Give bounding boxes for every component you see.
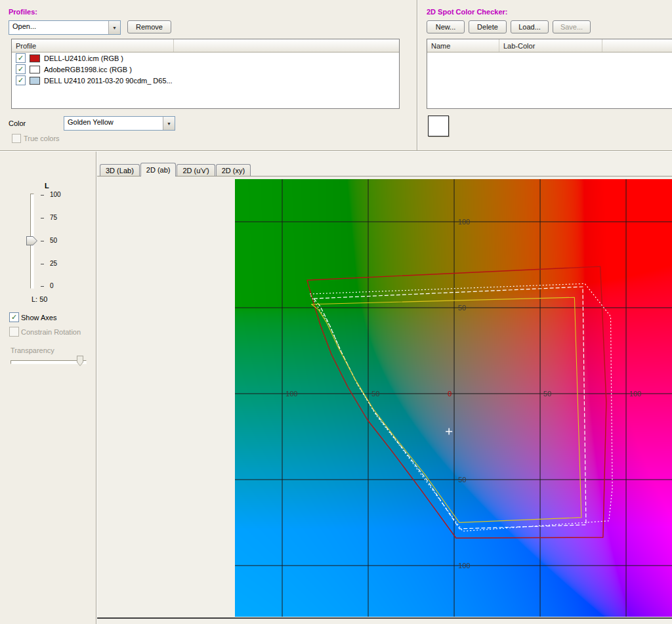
transparency-slider-track[interactable] xyxy=(10,360,87,364)
spot-color-checker-panel: 2D Spot Color Checker: New... Delete Loa… xyxy=(423,0,672,150)
delete-button[interactable]: Delete xyxy=(469,20,507,33)
save-button: Save... xyxy=(553,20,591,33)
profile-column-header[interactable]: Profile xyxy=(12,39,174,52)
gamut-outline xyxy=(307,266,606,538)
profile-row-label: DELL-U2410.icm (RGB ) xyxy=(44,54,123,62)
lab-color-column-header[interactable]: Lab-Color xyxy=(499,39,602,52)
panel-divider-vertical xyxy=(417,0,418,150)
l-tick-label: 75 xyxy=(50,214,57,221)
l-axis-label: L xyxy=(45,182,49,190)
chevron-down-icon[interactable]: ▼ xyxy=(108,21,120,34)
svg-text:100: 100 xyxy=(458,562,470,570)
profiles-list: Profile ✓ DELL-U2410.icm (RGB ) ✓ AdobeR… xyxy=(11,39,400,109)
view-controls-sidebar: L 100 75 50 25 0 L: 50 ✓ Show Axes Const… xyxy=(0,152,96,624)
profile-checkbox[interactable]: ✓ xyxy=(16,53,26,63)
profile-color-swatch xyxy=(30,77,40,85)
spot-table-header[interactable]: Name Lab-Color xyxy=(427,39,672,52)
gamut-outline xyxy=(310,283,612,531)
profile-row[interactable]: ✓ AdobeRGB1998.icc (RGB ) xyxy=(12,64,399,75)
l-slider-tick xyxy=(41,264,44,264)
svg-text:50: 50 xyxy=(458,476,466,484)
chart-grid-gamut-overlay: 100505010010050501000 xyxy=(235,179,672,617)
true-colors-label: True colors xyxy=(24,135,60,142)
svg-text:50: 50 xyxy=(458,304,466,312)
profile-row-label: AdobeRGB1998.icc (RGB ) xyxy=(44,66,132,73)
l-tick-label: 50 xyxy=(50,237,57,244)
l-slider-thumb[interactable] xyxy=(26,236,37,245)
window: Profiles: Open... ▼ Remove Profile ✓ DEL… xyxy=(0,0,672,624)
spot-color-table: Name Lab-Color xyxy=(427,39,672,109)
l-value-readout: L: 50 xyxy=(32,295,47,303)
profile-color-swatch xyxy=(30,66,40,73)
l-slider-tick xyxy=(41,241,44,241)
spot-color-swatch[interactable] xyxy=(428,115,449,136)
profile-row-label: DELL U2410 2011-03-20 90cdm_ D65... xyxy=(44,77,173,85)
view-bottom-edge xyxy=(97,617,672,619)
l-tick-label: 25 xyxy=(50,260,57,267)
profiles-list-header[interactable]: Profile xyxy=(12,39,399,52)
panel-divider-horizontal xyxy=(0,150,672,152)
check-icon: ✓ xyxy=(18,54,24,62)
profile-checkbox[interactable]: ✓ xyxy=(16,64,26,74)
profile-row[interactable]: ✓ DELL U2410 2011-03-20 90cdm_ D65... xyxy=(12,75,399,86)
chevron-down-icon[interactable]: ▼ xyxy=(163,117,175,130)
tab-2d-ab[interactable]: 2D (ab) xyxy=(140,163,177,177)
true-colors-checkbox[interactable] xyxy=(12,134,21,143)
profile-checkbox[interactable]: ✓ xyxy=(16,75,26,85)
spot-table-header-spacer xyxy=(602,39,672,52)
show-axes-checkbox[interactable]: ✓ xyxy=(9,312,19,322)
lab-ab-chart[interactable]: 100505010010050501000 xyxy=(235,179,672,617)
check-icon: ✓ xyxy=(18,66,24,73)
color-label: Color xyxy=(9,119,26,127)
remove-button[interactable]: Remove xyxy=(127,20,171,33)
check-icon: ✓ xyxy=(11,314,17,321)
name-column-header[interactable]: Name xyxy=(427,39,499,52)
color-combo[interactable]: Golden Yellow ▼ xyxy=(64,116,175,131)
profile-row[interactable]: ✓ DELL-U2410.icm (RGB ) xyxy=(12,52,399,64)
svg-text:50: 50 xyxy=(543,390,551,398)
svg-text:100: 100 xyxy=(629,390,641,398)
gamut-outline xyxy=(312,297,581,522)
spot-panel-title: 2D Spot Color Checker: xyxy=(427,8,507,16)
constrain-rotation-checkbox[interactable] xyxy=(9,327,19,337)
tab-3d-lab[interactable]: 3D (Lab) xyxy=(100,164,140,176)
check-icon: ✓ xyxy=(18,77,24,84)
profile-color-swatch xyxy=(30,54,40,62)
svg-text:100: 100 xyxy=(285,390,297,398)
tab-2d-uv[interactable]: 2D (u'v') xyxy=(177,164,215,176)
new-button[interactable]: New... xyxy=(427,20,465,33)
transparency-label: Transparency xyxy=(10,346,54,354)
view-tabs: 3D (Lab) 2D (ab) 2D (u'v') 2D (xy) xyxy=(97,163,672,177)
l-slider-tick xyxy=(41,286,44,287)
l-slider-tick xyxy=(41,218,44,218)
l-tick-label: 0 xyxy=(50,282,54,289)
profiles-panel: Profiles: Open... ▼ Remove Profile ✓ DEL… xyxy=(0,0,415,150)
tab-2d-xy[interactable]: 2D (xy) xyxy=(216,164,251,176)
load-button[interactable]: Load... xyxy=(511,20,549,33)
open-profile-combo-value: Open... xyxy=(9,21,108,34)
profiles-list-header-spacer xyxy=(174,39,399,52)
l-tick-label: 100 xyxy=(50,191,61,198)
gamut-view-panel: 3D (Lab) 2D (ab) 2D (u'v') 2D (xy) 10050… xyxy=(97,152,672,624)
svg-text:0: 0 xyxy=(448,390,452,398)
svg-text:100: 100 xyxy=(458,218,470,226)
l-slider-tick xyxy=(41,195,44,196)
show-axes-label: Show Axes xyxy=(21,314,56,322)
transparency-slider-thumb[interactable] xyxy=(77,356,83,366)
constrain-rotation-label: Constrain Rotation xyxy=(21,328,81,336)
svg-text:50: 50 xyxy=(371,390,379,398)
color-combo-value: Golden Yellow xyxy=(64,117,163,130)
open-profile-combo[interactable]: Open... ▼ xyxy=(9,20,121,35)
gamut-outline xyxy=(314,287,586,529)
profiles-panel-title: Profiles: xyxy=(9,8,37,16)
